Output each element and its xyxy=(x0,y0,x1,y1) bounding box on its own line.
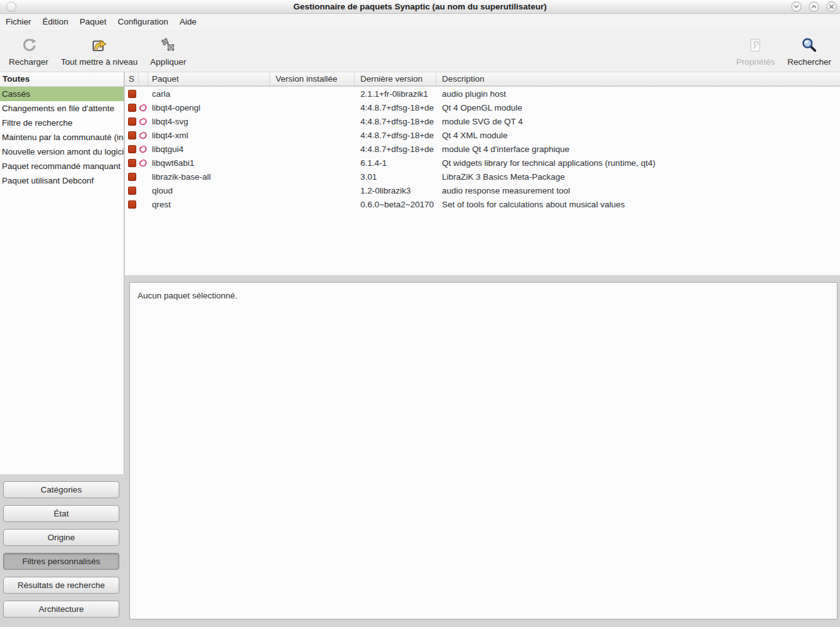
table-row[interactable]: qrest 0.6.0~beta2~20170 Set of tools for… xyxy=(125,197,840,211)
properties-label: Propriétés xyxy=(736,57,775,67)
table-row[interactable]: libqt4-xml 4:4.8.7+dfsg-18+de Qt 4 XML m… xyxy=(125,128,840,142)
debian-swirl-icon xyxy=(139,145,147,153)
toolbar-spacer xyxy=(192,30,730,72)
table-row[interactable]: libqtgui4 4:4.8.7+dfsg-18+de module Qt 4… xyxy=(125,142,840,156)
table-row[interactable]: libqt4-svg 4:4.8.7+dfsg-18+de module SVG… xyxy=(125,114,840,128)
search-label: Rechercher xyxy=(787,57,831,67)
latest-version: 4:4.8.7+dfsg-18+de xyxy=(355,103,436,112)
filter-item-label: Maintenu par la communauté (installés) xyxy=(2,133,124,142)
column-header-description[interactable]: Description xyxy=(436,72,840,85)
column-header-package[interactable]: Paquet xyxy=(148,72,270,85)
latest-version: 4:4.8.7+dfsg-18+de xyxy=(355,117,436,126)
origin-cell xyxy=(139,117,148,126)
package-name: carla xyxy=(148,89,270,99)
filter-mode-button[interactable]: Architecture xyxy=(3,601,119,618)
package-description: audio response measurement tool xyxy=(436,186,840,195)
filter-mode-button[interactable]: Résultats de recherche xyxy=(3,577,119,594)
origin-cell xyxy=(139,104,148,112)
filter-list-item[interactable]: Filtre de recherche xyxy=(0,116,124,130)
apply-label: Appliquer xyxy=(150,57,186,67)
toolbar: Recharger Tout mettre à niveau xyxy=(0,30,840,72)
debian-swirl-icon xyxy=(139,131,147,139)
filter-button-label: Filtres personnalisés xyxy=(23,557,100,566)
status-cell xyxy=(125,200,139,209)
filter-list-item[interactable]: Changements en file d'attente xyxy=(0,101,124,116)
table-row[interactable]: carla 2.1.1+fr-0librazik1 audio plugin h… xyxy=(125,87,840,101)
no-selection-message: Aucun paquet sélectionné. xyxy=(137,291,237,300)
filter-item-label: Paquet recommandé manquant xyxy=(2,161,121,171)
origin-cell xyxy=(139,173,148,181)
close-button[interactable] xyxy=(826,1,837,12)
broken-status-icon xyxy=(128,131,136,139)
filter-mode-button[interactable]: Filtres personnalisés xyxy=(3,553,119,570)
package-description: Qt widgets library for technical applica… xyxy=(436,158,840,168)
filter-list-item[interactable]: Maintenu par la communauté (installés) xyxy=(0,130,124,144)
filter-item-label: Cassés xyxy=(2,89,30,99)
menu-fichier[interactable]: Fichier xyxy=(0,14,37,30)
menu-configuration[interactable]: Configuration xyxy=(112,14,174,30)
window-menu-icon[interactable] xyxy=(6,2,16,12)
latest-version: 4:4.8.7+dfsg-18+de xyxy=(355,131,436,140)
search-button[interactable]: Rechercher xyxy=(781,30,837,72)
package-description: module SVG de QT 4 xyxy=(436,117,840,126)
latest-version: 2.1.1+fr-0librazik1 xyxy=(355,89,436,99)
synaptic-window: { "window": { "title": "Gestionnaire de … xyxy=(0,0,840,627)
status-cell xyxy=(125,187,139,195)
titlebar: Gestionnaire de paquets Synaptic (au nom… xyxy=(0,0,840,14)
filter-list-item[interactable]: Nouvelle version amont du logiciel xyxy=(0,144,124,159)
minimize-button[interactable] xyxy=(791,1,802,12)
properties-icon xyxy=(747,36,763,54)
origin-cell xyxy=(139,200,148,209)
filter-mode-buttons: Catégories État Origine Filtres personna… xyxy=(3,481,119,618)
status-cell xyxy=(125,159,139,167)
package-name: libqtgui4 xyxy=(148,144,270,154)
column-header-status[interactable]: S xyxy=(125,72,139,85)
filter-mode-button[interactable]: État xyxy=(3,505,119,522)
upgrade-all-button[interactable]: Tout mettre à niveau xyxy=(55,30,144,72)
menu-paquet[interactable]: Paquet xyxy=(74,14,112,30)
package-description: LibraZiK 3 Basics Meta-Package xyxy=(436,172,840,182)
filter-list-item[interactable]: Cassés xyxy=(0,87,124,101)
broken-status-icon xyxy=(128,200,136,209)
latest-version: 4:4.8.7+dfsg-18+de xyxy=(355,144,436,154)
filter-list-item[interactable]: Paquet recommandé manquant xyxy=(0,159,124,173)
filter-list-header[interactable]: Toutes xyxy=(0,72,124,87)
menu-edition[interactable]: Édition xyxy=(37,14,74,30)
filter-button-label: État xyxy=(53,509,68,518)
window-title: Gestionnaire de paquets Synaptic (au nom… xyxy=(0,0,840,13)
column-header-origin[interactable] xyxy=(139,72,148,85)
table-row[interactable]: librazik-base-all 3.01 LibraZiK 3 Basics… xyxy=(125,170,840,183)
filter-mode-button[interactable]: Catégories xyxy=(3,481,119,498)
apply-button[interactable]: Appliquer xyxy=(144,30,192,72)
package-name: libqt4-xml xyxy=(148,131,270,140)
upgrade-all-label: Tout mettre à niveau xyxy=(61,57,137,67)
maximize-button[interactable] xyxy=(809,1,819,12)
table-row[interactable]: libqt4-opengl 4:4.8.7+dfsg-18+de Qt 4 Op… xyxy=(125,101,840,114)
table-row[interactable]: qloud 1.2-0librazik3 audio response meas… xyxy=(125,183,840,197)
status-cell xyxy=(125,131,139,139)
table-row[interactable]: libqwt6abi1 6.1.4-1 Qt widgets library f… xyxy=(125,156,840,170)
filter-items: Cassés Changements en file d'attente Fil… xyxy=(0,87,124,188)
package-description: Set of tools for calculations about musi… xyxy=(436,200,840,209)
filter-button-label: Résultats de recherche xyxy=(18,581,105,590)
reload-label: Recharger xyxy=(9,57,48,67)
origin-cell xyxy=(139,131,148,139)
package-name: librazik-base-all xyxy=(148,172,270,182)
menubar: Fichier Édition Paquet Configuration Aid… xyxy=(0,14,840,30)
filter-mode-button[interactable]: Origine xyxy=(3,529,119,546)
broken-status-icon xyxy=(128,90,136,98)
menu-aide[interactable]: Aide xyxy=(174,14,202,30)
origin-cell xyxy=(139,159,148,167)
package-name: libqt4-svg xyxy=(148,117,270,126)
package-name: libqwt6abi1 xyxy=(148,158,270,168)
vertical-splitter[interactable] xyxy=(125,275,840,282)
column-header-latest[interactable]: Dernière version xyxy=(355,72,436,85)
filter-item-label: Filtre de recherche xyxy=(2,118,73,128)
filter-list-item[interactable]: Paquet utilisant Debconf xyxy=(0,173,124,188)
filter-list: Toutes Cassés Changements en file d'atte… xyxy=(0,72,124,474)
reload-button[interactable]: Recharger xyxy=(3,30,55,72)
filter-button-label: Origine xyxy=(48,533,75,542)
column-header-installed[interactable]: Version installée xyxy=(270,72,355,85)
debian-swirl-icon xyxy=(139,159,147,167)
properties-button[interactable]: Propriétés xyxy=(730,30,782,72)
